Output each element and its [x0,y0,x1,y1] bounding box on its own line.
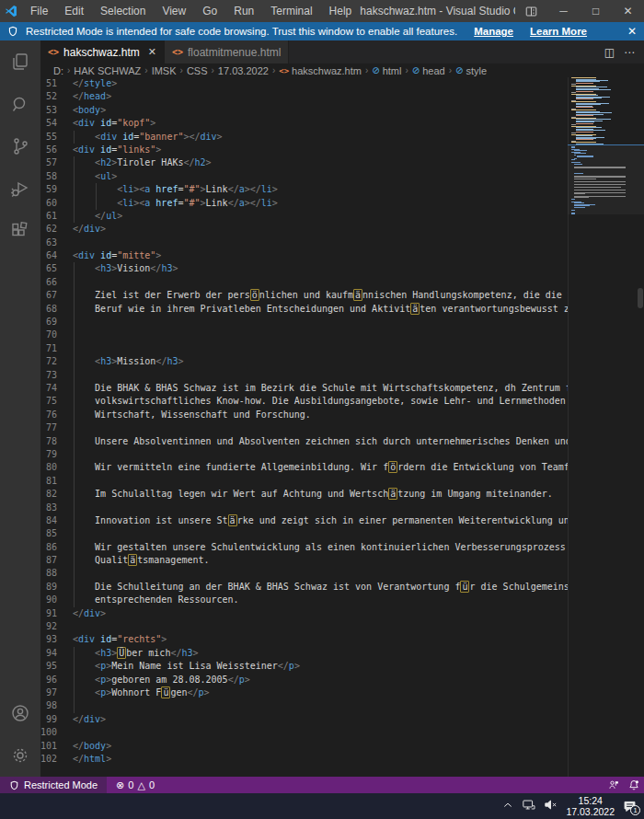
action-center-icon[interactable]: 1 [623,800,637,813]
breadcrumb-item-hak-schwaz[interactable]: HAK SCHWAZ [74,65,141,76]
code-line-57[interactable]: 57 <h2>Tiroler HAKs</h2> [40,156,568,169]
breadcrumb-item-style[interactable]: ⊘style [455,65,487,76]
minimize-button[interactable]: ─ [547,0,580,22]
code-line-79[interactable]: 79 [40,448,568,461]
breadcrumb-item-17-03-2022[interactable]: 17.03.2022 [218,65,269,76]
code-line-72[interactable]: 72 <h3>Mission</h3> [40,355,568,368]
code-line-95[interactable]: 95 <p>Mein Name ist Lisa Weissteiner</p> [40,660,568,673]
code-line-90[interactable]: 90 entsprechenden Ressourcen. [40,594,568,606]
code-line-97[interactable]: 97 <p>Wohnort Fügen</p> [40,686,568,699]
minimap-slider[interactable] [568,144,644,214]
code-line-66[interactable]: 66 [40,276,568,289]
menu-item-go[interactable]: Go [194,0,225,22]
code-line-64[interactable]: 64<div id="mitte"> [40,249,568,262]
code-line-84[interactable]: 84 Innovation ist unsere Stärke und zeig… [40,514,568,527]
breadcrumb-item-css[interactable]: CSS [187,65,208,76]
code-line-74[interactable]: 74 Die BHAK & BHAS Schwaz ist im Bezirk … [40,382,568,395]
code-line-85[interactable]: 85 [40,527,568,540]
settings-gear-icon[interactable] [0,734,40,777]
code-line-71[interactable]: 71 [40,342,568,355]
scrollbar-thumb[interactable] [638,288,643,308]
manage-link[interactable]: Manage [474,26,513,37]
more-actions-icon[interactable]: ⋯ [624,46,635,59]
code-line-63[interactable]: 63 [40,236,568,249]
menu-item-selection[interactable]: Selection [92,0,154,22]
search-icon[interactable] [0,83,40,125]
notifications-bell-icon[interactable] [624,779,644,790]
code-line-93[interactable]: 93<div id="rechts"> [40,633,568,646]
learn-more-link[interactable]: Learn More [530,26,587,37]
customize-layout-icon[interactable] [515,0,547,22]
code-line-62[interactable]: 62</div> [40,223,568,236]
menu-item-edit[interactable]: Edit [56,0,92,22]
menu-item-file[interactable]: File [22,0,56,22]
problems-status[interactable]: ⊗ 0 △ 0 [107,779,164,791]
code-line-89[interactable]: 89 Die Schulleitung an der BHAK & BHAS S… [40,581,568,594]
close-button[interactable]: ✕ [612,0,644,22]
code-line-92[interactable]: 92 [40,620,568,633]
code-line-54[interactable]: 54<div id="kopf"> [40,117,568,130]
code-line-76[interactable]: 76 Wirtschaft, Wissenschaft und Forschun… [40,409,568,421]
code-line-70[interactable]: 70 [40,329,568,341]
breadcrumb-item-d-[interactable]: D: [53,65,63,76]
code-line-87[interactable]: 87 Qualitätsmanagement. [40,554,568,567]
volume-muted-icon[interactable] [544,798,558,814]
accounts-icon[interactable] [0,692,40,734]
code-line-53[interactable]: 53<body> [40,104,568,117]
code-line-100[interactable]: 100 [40,726,568,739]
breadcrumb-item-hakschwaz-htm[interactable]: <>hakschwaz.htm [279,65,362,76]
code-line-51[interactable]: 51</style> [40,77,568,90]
menu-item-view[interactable]: View [154,0,194,22]
maximize-button[interactable]: □ [580,0,612,22]
menu-item-help[interactable]: Help [321,0,361,22]
split-editor-icon[interactable]: ◫ [604,46,615,59]
code-line-96[interactable]: 96 <p>geboren am 28.08.2005</p> [40,674,568,686]
code-line-56[interactable]: 56<div id="links"> [40,144,568,156]
extensions-icon[interactable] [0,210,40,252]
tray-chevron-up-icon[interactable] [502,798,513,814]
tray-clock[interactable]: 15:24 17.03.2022 [566,795,615,817]
code-line-65[interactable]: 65 <h3>Vision</h3> [40,262,568,275]
code-line-75[interactable]: 75 volkswirtschaftliches Know-how. Die A… [40,395,568,408]
breadcrumb-item-imsk[interactable]: IMSK [152,65,177,76]
code-line-60[interactable]: 60 <li><a href="#">Link</a></li> [40,197,568,210]
code-line-52[interactable]: 52</head> [40,90,568,103]
network-icon[interactable] [522,798,535,814]
code-line-67[interactable]: 67 Ziel ist der Erwerb der persönlichen … [40,289,568,302]
code-line-73[interactable]: 73 [40,369,568,382]
tab-hakschwaz.htm[interactable]: <>hakschwaz.htm✕ [40,40,165,63]
feedback-icon[interactable] [604,779,624,790]
source-control-icon[interactable] [0,125,40,167]
code-line-59[interactable]: 59 <li><a href="#">Link</a></li> [40,183,568,196]
code-viewport[interactable]: 51</style>52</head>53<body>54<div id="ko… [40,77,644,777]
tab-close-icon[interactable]: ✕ [148,46,156,58]
breadcrumb-item-html[interactable]: ⊘html [372,65,401,76]
code-line-55[interactable]: 55 <div id="banner"></div> [40,131,568,144]
code-line-86[interactable]: 86 Wir gestalten unsere Schulentwicklung… [40,541,568,554]
banner-close-icon[interactable]: ✕ [627,25,637,38]
code-line-77[interactable]: 77 [40,421,568,434]
code-line-58[interactable]: 58 <ul> [40,170,568,183]
vertical-scrollbar[interactable] [637,77,644,777]
code-line-101[interactable]: 101</body> [40,740,568,753]
explorer-icon[interactable] [0,40,40,83]
code-line-80[interactable]: 80 Wir vermitteln eine fundierte Allgeme… [40,461,568,474]
code-line-61[interactable]: 61 </ul> [40,210,568,223]
breadcrumb-item-head[interactable]: ⊘head [412,65,445,76]
code-line-83[interactable]: 83 [40,502,568,514]
code-line-99[interactable]: 99</div> [40,713,568,726]
run-debug-icon[interactable] [0,167,40,210]
restricted-mode-status[interactable]: Restricted Mode [0,777,107,793]
code-line-98[interactable]: 98 [40,699,568,712]
code-line-68[interactable]: 68 Beruf wie in ihrem Privatleben Entsch… [40,303,568,316]
code-line-102[interactable]: 102</html> [40,753,568,766]
code-line-88[interactable]: 88 [40,567,568,580]
code-line-82[interactable]: 82 Im Schulalltag legen wir Wert auf Ach… [40,488,568,501]
code-line-81[interactable]: 81 [40,475,568,488]
menu-item-terminal[interactable]: Terminal [262,0,320,22]
menu-item-run[interactable]: Run [225,0,262,22]
code-line-69[interactable]: 69 [40,316,568,329]
code-line-91[interactable]: 91</div> [40,607,568,620]
tab-floatmitmenue.html[interactable]: <>floatmitmenue.html [165,40,289,63]
code-line-94[interactable]: 94 <h3>Über mich</h3> [40,647,568,660]
